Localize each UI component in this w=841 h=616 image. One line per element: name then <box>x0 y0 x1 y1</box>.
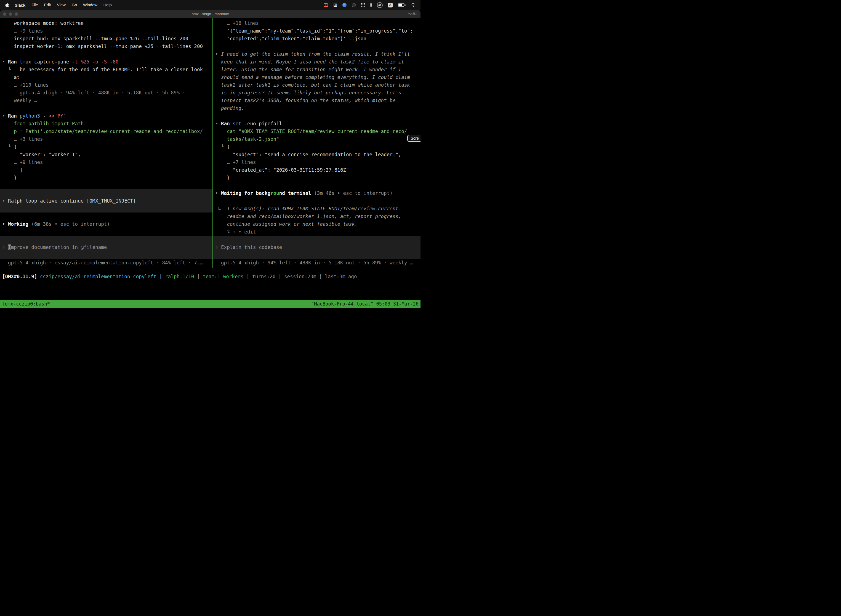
terminal-line: } <box>213 174 420 182</box>
terminal-line <box>0 189 212 197</box>
terminal-line: gpt-5.4 xhigh · 94% left · 488K in · 5.1… <box>0 89 212 97</box>
wifi-icon[interactable] <box>410 3 416 7</box>
menu-bar: Slack FileEditViewGoWindowHelp ⊞ 61 A <box>0 0 420 10</box>
menu-status-icons: ⊞ 61 A <box>324 2 418 8</box>
terminal-line: "completed","claim_token":"claim-token"}… <box>213 35 420 43</box>
terminal-line <box>0 251 212 259</box>
terminal-line: … +9 lines <box>0 27 212 35</box>
terminal-line: weekly … <box>0 97 212 104</box>
terminal-line: p = Path('.omx/state/team/review-current… <box>0 128 212 135</box>
terminal-line: … +16 lines <box>213 19 420 27</box>
menu-item-view[interactable]: View <box>54 3 69 7</box>
tmux-session-label: [omx-cczip0:bash* <box>2 301 50 307</box>
terminal-line: workspace_mode: worktree <box>0 19 212 27</box>
terminal-line <box>0 50 212 58</box>
terminal-line: continue assigned work or next feasible … <box>213 220 420 228</box>
terminal-line: • Working (6m 38s • esc to interrupt) <box>0 220 212 228</box>
grid-dots-icon[interactable] <box>361 3 365 7</box>
terminal-line: "created_at": "2026-03-31T11:59:27.816Z" <box>213 166 420 174</box>
terminal-line: later. Using the same for transition mig… <box>213 66 420 73</box>
terminal-line <box>0 205 212 213</box>
terminal-line <box>213 236 420 243</box>
terminal-line: › Improve documentation in @filename <box>0 243 212 251</box>
tmux-status-bar: [omx-cczip0:bash* "MacBook-Pro-44.local"… <box>0 300 420 308</box>
terminal-line: pending. <box>213 104 420 112</box>
battery-percent-icon[interactable]: 61 <box>377 2 383 8</box>
terminal-line: keep that in mind. Maybe I also need the… <box>213 58 420 66</box>
terminal-line: inspect_worker-1: omx sparkshell --tmux-… <box>0 43 212 50</box>
window-grid-icon[interactable]: ⊞ <box>333 3 337 7</box>
terminal-line: • Ran python3 - <<'PY' <box>0 112 212 120</box>
blue-app-icon[interactable] <box>343 3 347 7</box>
window-shortcut: ⌥⌘1 <box>408 12 418 16</box>
left-pane[interactable]: workspace_mode: worktree … +9 lines insp… <box>0 18 212 268</box>
input-source-icon[interactable]: A <box>388 3 393 7</box>
terminal-line: task2 after task1 is complete, but can I… <box>213 81 420 89</box>
terminal-line <box>0 236 212 243</box>
terminal-line: at <box>0 73 212 81</box>
terminal-line <box>213 251 420 259</box>
terminal-line: … +110 lines <box>0 81 212 89</box>
terminal-line: › Ralph loop active continue [OMX_TMUX_I… <box>0 197 212 205</box>
dark-app-icon[interactable] <box>352 3 356 7</box>
terminal-line <box>0 228 212 236</box>
menu-item-go[interactable]: Go <box>69 3 80 7</box>
terminal-line: should send a message before completing … <box>213 73 420 81</box>
terminal-line: … +9 lines <box>0 158 212 166</box>
menu-item-window[interactable]: Window <box>80 3 100 7</box>
terminal-line: is in progress? It seems likely but perh… <box>213 89 420 97</box>
minimize-button[interactable] <box>9 12 12 16</box>
terminal-line: inspect_hud: omx sparkshell --tmux-pane … <box>0 35 212 43</box>
terminal-line: } <box>0 174 212 182</box>
recording-indicator-icon[interactable] <box>324 3 328 7</box>
terminal-line: [OMX#0.11.9] cczip/essay/ai-reimplementa… <box>0 273 420 280</box>
zoom-button[interactable] <box>15 12 18 16</box>
terminal-line <box>213 112 420 120</box>
window-title: omx --xhigh --madmax <box>0 12 420 16</box>
terminal-line: from pathlib import Path <box>0 120 212 128</box>
terminal-line: '{"team_name":"my-team","task_id":"1","f… <box>213 27 420 35</box>
app-menu-title[interactable]: Slack <box>12 3 28 7</box>
terminal-line <box>0 213 212 220</box>
traffic-lights <box>0 12 18 16</box>
menu-item-help[interactable]: Help <box>100 3 115 7</box>
terminal-line <box>213 43 420 50</box>
terminal-line: ⌥ + ↑ edit <box>213 228 420 236</box>
menu-item-edit[interactable]: Edit <box>41 3 54 7</box>
terminal-line: ] <box>0 166 212 174</box>
tmux-host-time: "MacBook-Pro-44.local" 05:03 31-Mar-26 <box>311 301 419 307</box>
terminal-line: gpt-5.4 xhigh · essay/ai-reimplementatio… <box>0 259 212 267</box>
menu-left: Slack FileEditViewGoWindowHelp <box>3 3 115 7</box>
terminal-window: omx --xhigh --madmax ⌥⌘1 workspace_mode:… <box>0 10 420 308</box>
terminal-line: readme-and-reco/mailbox/worker-1.json, a… <box>213 213 420 220</box>
terminal-line: … +3 lines <box>0 135 212 143</box>
terminal-line <box>0 104 212 112</box>
terminal-line: • Waiting for background terminal (3m 46… <box>213 189 420 197</box>
window-title-bar[interactable]: omx --xhigh --madmax ⌥⌘1 <box>0 10 420 18</box>
menu-items: FileEditViewGoWindowHelp <box>28 3 114 7</box>
terminal-line: gpt-5.4 xhigh · 94% left · 488K in · 5.1… <box>213 259 420 267</box>
close-button[interactable] <box>3 12 6 16</box>
terminal-line: … +7 lines <box>213 158 420 166</box>
terminal-line: cat "$OMX_TEAM_STATE_ROOT/team/review-cu… <box>213 128 420 135</box>
terminal-line: inspect task2's JSON, focusing on the st… <box>213 97 420 104</box>
terminal-line: └ { <box>0 143 212 151</box>
terminal-line: └ be necessary for the end of the README… <box>0 66 212 73</box>
menu-item-file[interactable]: File <box>28 3 41 7</box>
terminal-line: "subject": "send a concise recommendatio… <box>213 151 420 158</box>
terminal-line: › Explain this codebase <box>213 243 420 251</box>
terminal-line: tasks/task-2.json" <box>213 135 420 143</box>
terminal-line: • Ran tmux capture-pane -t %25 -p -S -80 <box>0 58 212 66</box>
terminal-panes: workspace_mode: worktree … +9 lines insp… <box>0 18 420 268</box>
terminal-line: └ { <box>213 143 420 151</box>
terminal-line: • Ran set -euo pipefail <box>213 120 420 128</box>
slim-bar-icon[interactable] <box>370 3 372 7</box>
terminal-line <box>213 182 420 189</box>
terminal-line: ↳ 1 new msg(s): read $OMX_TEAM_STATE_ROO… <box>213 205 420 213</box>
battery-icon[interactable] <box>398 3 404 7</box>
apple-menu-icon[interactable] <box>3 3 12 7</box>
screen-tooltip: Scre <box>407 135 420 142</box>
right-pane[interactable]: … +16 lines '{"team_name":"my-team","tas… <box>213 18 420 268</box>
terminal-line: • I need to get the claim token from the… <box>213 50 420 58</box>
terminal-line <box>213 197 420 205</box>
